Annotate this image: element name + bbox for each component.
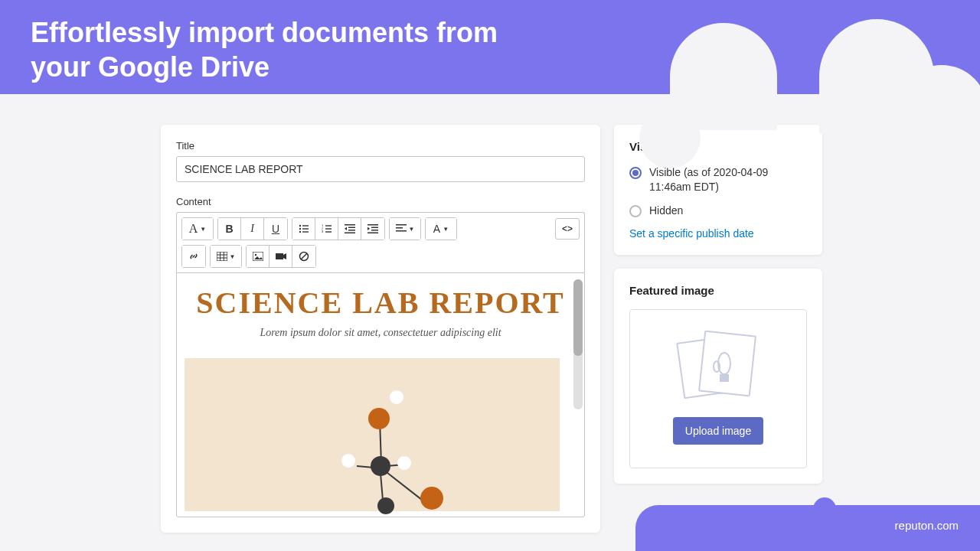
svg-rect-1 [302,225,309,226]
editor-panel: Title Content A▼ B I U 123 ▼ A▼ [161,125,600,533]
document-subtitle: Lorem ipsum dolor sit amet, consectetuer… [185,327,577,339]
content-label: Content [176,196,585,207]
bold-button[interactable]: B [218,218,241,240]
document-illustration [185,358,560,511]
indent-button[interactable] [361,218,384,240]
header-title: Effortlessly import documents from your … [31,15,528,84]
content-editor[interactable]: SCIENCE LAB REPORT Lorem ipsum dolor sit… [176,272,585,517]
svg-rect-5 [302,231,309,232]
publish-date-link[interactable]: Set a specific publish date [629,227,807,240]
title-label: Title [176,140,585,152]
image-button[interactable] [247,246,270,267]
numbered-list-button[interactable]: 123 [315,218,338,240]
outdent-button[interactable] [338,218,361,240]
svg-rect-37 [720,374,729,382]
clear-format-button[interactable] [292,246,315,267]
svg-rect-3 [302,228,309,229]
svg-marker-32 [254,256,263,259]
svg-rect-15 [345,233,355,234]
svg-rect-9 [325,228,332,229]
svg-rect-19 [371,230,378,231]
svg-marker-34 [283,253,286,259]
video-button[interactable] [270,246,292,267]
editor-toolbar-row2: ▼ [176,245,585,272]
svg-rect-33 [276,253,283,259]
svg-rect-22 [396,224,407,226]
svg-rect-13 [348,227,355,229]
decorative-blob [670,23,777,130]
italic-button[interactable]: I [241,218,264,240]
visible-label: Visible (as of 2020-04-09 11:46am EDT) [649,165,807,194]
svg-rect-11 [325,231,332,232]
svg-rect-20 [368,233,378,234]
svg-line-36 [301,253,307,259]
svg-text:3: 3 [322,230,324,233]
footer-brand: reputon.com [635,505,980,551]
featured-heading: Featured image [629,284,807,297]
svg-point-38 [718,353,730,374]
svg-rect-12 [345,224,355,226]
image-placeholder-icon [680,333,756,402]
svg-point-31 [254,254,256,256]
bullet-list-button[interactable] [292,218,315,240]
featured-image-card: Featured image Upload image [614,269,822,484]
svg-point-4 [299,231,300,233]
svg-rect-23 [396,227,403,229]
table-button[interactable]: ▼ [211,246,241,267]
radio-icon [629,205,642,217]
svg-rect-30 [253,252,263,261]
link-button[interactable] [182,246,205,267]
svg-rect-14 [348,230,355,231]
svg-rect-25 [217,252,227,261]
align-button[interactable]: ▼ [390,218,420,240]
visibility-hidden-option[interactable]: Hidden [629,204,807,218]
svg-marker-16 [345,227,347,231]
decorative-blob [819,19,934,134]
image-dropzone[interactable]: Upload image [629,309,807,468]
hidden-label: Hidden [649,204,683,218]
underline-button[interactable]: U [264,218,287,240]
svg-rect-17 [368,224,378,226]
title-input[interactable] [176,156,585,182]
font-family-button[interactable]: A▼ [182,218,213,240]
svg-rect-7 [325,225,332,226]
svg-point-2 [299,228,300,230]
svg-point-0 [299,225,300,227]
document-title: SCIENCE LAB REPORT [185,285,577,321]
svg-marker-21 [368,227,370,231]
text-color-button[interactable]: A▼ [426,218,456,240]
visibility-visible-option[interactable]: Visible (as of 2020-04-09 11:46am EDT) [629,165,807,194]
svg-rect-18 [371,227,378,229]
svg-rect-24 [396,230,407,232]
scrollbar-thumb[interactable] [573,279,583,356]
code-view-button[interactable]: <> [555,218,580,240]
editor-toolbar: A▼ B I U 123 ▼ A▼ <> [176,212,585,245]
upload-image-button[interactable]: Upload image [673,417,763,445]
radio-icon [629,167,642,179]
